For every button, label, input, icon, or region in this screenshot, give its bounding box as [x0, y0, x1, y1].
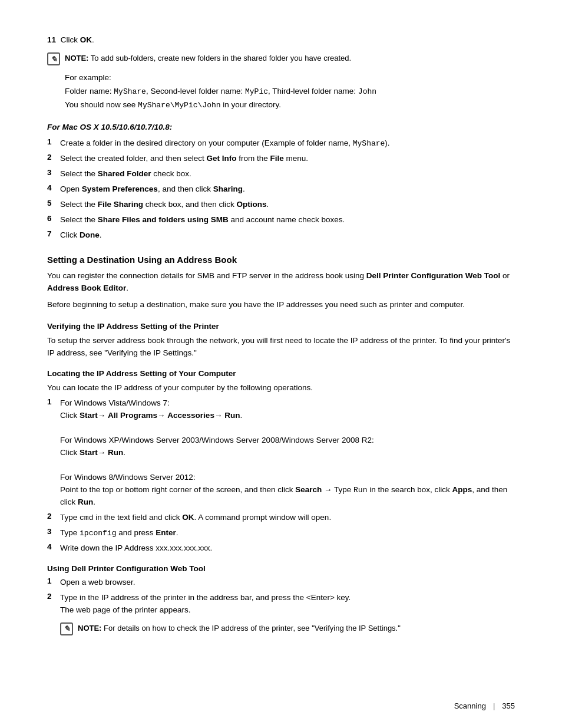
mac-step-2: 2 Select the created folder, and then se…	[47, 153, 515, 165]
dell-tool-step-2-num: 2	[47, 592, 60, 601]
locating-step-3-content: Type ipconfig and press Enter.	[60, 527, 515, 539]
note-1: ✎ NOTE: To add sub-folders, create new f…	[47, 52, 515, 65]
dell-tool-step-2: 2 Type in the IP address of the printer …	[47, 592, 515, 617]
mac-step-7-content: Click Done.	[60, 229, 515, 242]
note-2-body: For details on how to check the IP addre…	[104, 624, 401, 633]
note-2-text: NOTE: For details on how to check the IP…	[78, 622, 401, 634]
locating-step-1: 1 For Windows Vista/Windows 7: Click Sta…	[47, 397, 515, 509]
mac-step-4-num: 4	[47, 183, 60, 192]
locating-step-4-num: 4	[47, 542, 60, 551]
mac-step-6: 6 Select the Share Files and folders usi…	[47, 214, 515, 226]
dell-tool-step-1-num: 1	[47, 577, 60, 585]
page-footer: Scanning | 355	[0, 701, 562, 710]
mac-step-3: 3 Select the Shared Folder check box.	[47, 168, 515, 180]
mac-step-1: 1 Create a folder in the desired directo…	[47, 137, 515, 150]
mac-step-6-content: Select the Share Files and folders using…	[60, 214, 515, 226]
mac-step-7-num: 7	[47, 229, 60, 238]
mac-step-5: 5 Select the File Sharing check box, and…	[47, 199, 515, 211]
mac-step-4: 4 Open System Preferences, and then clic…	[47, 183, 515, 196]
mac-step-6-num: 6	[47, 214, 60, 223]
locating-steps-list: 1 For Windows Vista/Windows 7: Click Sta…	[47, 397, 515, 555]
mac-steps-list: 1 Create a folder in the desired directo…	[47, 137, 515, 242]
step-11-text: Click OK.	[61, 35, 94, 44]
example-block: For example: Folder name: MyShare, Secon…	[65, 71, 515, 112]
mac-step-7: 7 Click Done.	[47, 229, 515, 242]
locating-step-1-content: For Windows Vista/Windows 7: Click Start…	[60, 397, 515, 509]
dell-tool-steps-list: 1 Open a web browser. 2 Type in the IP a…	[47, 577, 515, 617]
mac-section-heading: For Mac OS X 10.5/10.6/10.7/10.8:	[47, 123, 515, 131]
note-icon-1: ✎	[47, 52, 60, 65]
locating-step-3: 3 Type ipconfig and press Enter.	[47, 527, 515, 539]
address-book-section-title: Setting a Destination Using an Address B…	[47, 255, 515, 265]
example-line2: You should now see MyShare\MyPic\John in…	[65, 98, 515, 112]
mac-step-3-num: 3	[47, 168, 60, 177]
note-icon-2: ✎	[60, 622, 73, 635]
footer-page: 355	[502, 701, 515, 710]
mac-step-2-num: 2	[47, 153, 60, 162]
mac-step-1-num: 1	[47, 137, 60, 146]
address-book-body2: Before beginning to setup a destination,…	[47, 298, 515, 311]
note-2: ✎ NOTE: For details on how to check the …	[60, 622, 515, 635]
page-content: 11 Click OK. ✎ NOTE: To add sub-folders,…	[0, 0, 562, 728]
note-1-label: NOTE:	[65, 54, 88, 62]
dell-tool-step-2-content: Type in the IP address of the printer in…	[60, 592, 515, 617]
step-11: 11 Click OK.	[47, 35, 515, 44]
footer-text: Scanning | 355	[454, 701, 515, 710]
verifying-section-body: To setup the server address book through…	[47, 334, 515, 360]
example-line1: Folder name: MyShare, Second-level folde…	[65, 85, 515, 98]
note-1-body: To add sub-folders, create new folders i…	[91, 54, 351, 62]
footer-section: Scanning	[454, 701, 486, 710]
footer-separator: |	[493, 701, 495, 710]
example-label: For example:	[65, 71, 515, 85]
mac-step-5-num: 5	[47, 199, 60, 207]
locating-step-4: 4 Write down the IP Address xxx.xxx.xxx.…	[47, 542, 515, 555]
locating-step-2-content: Type cmd in the text field and click OK.…	[60, 512, 515, 524]
address-book-body1: You can register the connection details …	[47, 269, 515, 295]
mac-step-2-content: Select the created folder, and then sele…	[60, 153, 515, 165]
locating-step-2-num: 2	[47, 512, 60, 521]
note-2-label: NOTE:	[78, 624, 101, 633]
note-1-text: NOTE: To add sub-folders, create new fol…	[65, 52, 351, 64]
dell-tool-step-1: 1 Open a web browser.	[47, 577, 515, 589]
mac-step-3-content: Select the Shared Folder check box.	[60, 168, 515, 180]
dell-tool-section-title: Using Dell Printer Configuration Web Too…	[47, 564, 515, 573]
locating-step-1-num: 1	[47, 397, 60, 406]
locating-step-4-content: Write down the IP Address xxx.xxx.xxx.xx…	[60, 542, 515, 555]
mac-step-5-content: Select the File Sharing check box, and t…	[60, 199, 515, 211]
locating-section-body: You can locate the IP address of your co…	[47, 381, 515, 394]
dell-tool-step-1-content: Open a web browser.	[60, 577, 515, 589]
locating-section-title: Locating the IP Address Setting of Your …	[47, 369, 515, 378]
mac-step-4-content: Open System Preferences, and then click …	[60, 183, 515, 196]
locating-step-3-num: 3	[47, 527, 60, 536]
mac-step-1-content: Create a folder in the desired directory…	[60, 137, 515, 150]
verifying-section-title: Verifying the IP Address Setting of the …	[47, 322, 515, 331]
step-11-number: 11	[47, 35, 56, 44]
locating-step-2: 2 Type cmd in the text field and click O…	[47, 512, 515, 524]
